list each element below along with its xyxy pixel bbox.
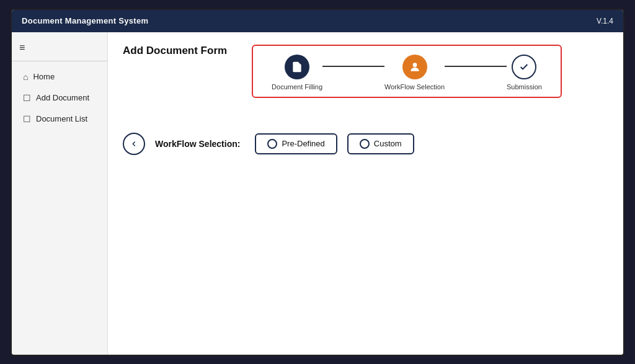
workflow-selection-row: WorkFlow Selection: Pre-Defined Custom (123, 133, 608, 155)
sidebar: ≡ ⌂ Home ☐ Add Document ☐ Document List (12, 32, 108, 355)
menu-icon[interactable]: ≡ (12, 37, 107, 58)
content-area: Add Document Form Document F (108, 32, 623, 355)
sidebar-item-add-document-label: Add Document (36, 93, 89, 102)
workflow-selection-label: WorkFlow Selection: (155, 139, 240, 149)
step-circle-workflow-selection (402, 55, 427, 79)
step-document-filling: Document Filling (272, 55, 322, 91)
custom-option[interactable]: Custom (347, 133, 414, 154)
step-label-document-filling: Document Filling (272, 83, 322, 91)
custom-radio-circle (360, 139, 370, 149)
step-circle-document-filling (285, 55, 309, 79)
app-title: Document Management System (22, 16, 148, 25)
sidebar-item-home[interactable]: ⌂ Home (14, 67, 105, 87)
stepper: Document Filling (272, 55, 542, 91)
sidebar-item-home-label: Home (33, 72, 55, 81)
step-connector-1 (322, 66, 384, 67)
add-document-icon: ☐ (23, 93, 31, 103)
custom-label: Custom (374, 139, 402, 148)
step-circle-submission (512, 55, 536, 79)
sidebar-divider (12, 61, 107, 61)
sidebar-item-document-list[interactable]: ☐ Document List (14, 109, 105, 129)
app-version: V.1.4 (597, 17, 613, 25)
predefined-option[interactable]: Pre-Defined (255, 133, 337, 154)
app-container: Document Management System V.1.4 ≡ ⌂ Hom… (11, 9, 624, 356)
step-connector-2 (445, 66, 507, 67)
sidebar-item-add-document[interactable]: ☐ Add Document (14, 88, 105, 108)
page-title: Add Document Form (123, 45, 227, 57)
step-submission: Submission (507, 55, 542, 91)
home-icon: ⌂ (23, 72, 28, 82)
step-label-submission: Submission (507, 83, 542, 91)
svg-point-0 (412, 63, 417, 67)
sidebar-item-document-list-label: Document List (36, 114, 87, 123)
top-bar: Document Management System V.1.4 (12, 10, 623, 32)
step-label-workflow-selection: WorkFlow Selection (384, 83, 445, 91)
stepper-container: Document Filling (252, 45, 562, 98)
step-workflow-selection: WorkFlow Selection (384, 55, 445, 91)
document-list-icon: ☐ (23, 114, 31, 124)
predefined-radio-circle (267, 139, 277, 149)
predefined-label: Pre-Defined (282, 139, 324, 148)
back-button[interactable] (123, 133, 145, 155)
main-area: ≡ ⌂ Home ☐ Add Document ☐ Document List … (12, 32, 623, 355)
